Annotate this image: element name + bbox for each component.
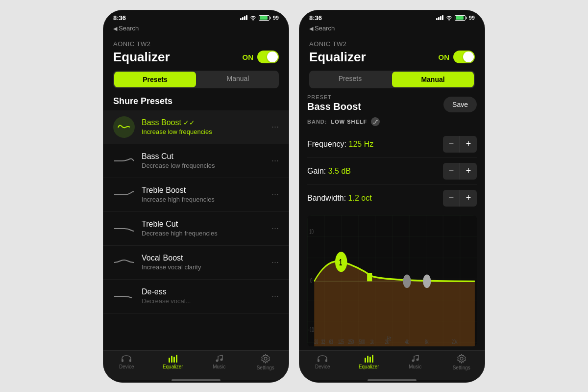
nav-music-left[interactable]: Music bbox=[196, 354, 243, 370]
svg-point-8 bbox=[220, 358, 223, 361]
manual-section: PRESET Bass Boost Save BAND: LOW SHELF F… bbox=[299, 94, 485, 350]
preset-text-vocal-boost: Vocal Boost Increase vocal clarity bbox=[142, 254, 265, 271]
frequency-increase-button[interactable]: + bbox=[460, 136, 477, 153]
music-icon-left bbox=[215, 354, 223, 363]
nav-equalizer-left[interactable]: Equalizer bbox=[150, 354, 196, 370]
svg-text:0: 0 bbox=[310, 277, 313, 284]
preset-text-treble-boost: Treble Boost Increase high frequencies bbox=[142, 186, 265, 203]
bottom-nav-left: Device Equalizer Music Settin bbox=[103, 350, 289, 380]
svg-point-9 bbox=[264, 357, 267, 360]
bandwidth-controls[interactable]: − + bbox=[443, 190, 477, 207]
home-indicator-left bbox=[103, 380, 289, 382]
right-phone: 8:36 99 Search AONIC TW2 Equalizer bbox=[299, 10, 485, 383]
band-info-row: BAND: LOW SHELF bbox=[307, 117, 477, 126]
back-label-right[interactable]: Search bbox=[309, 25, 335, 32]
nav-device-left[interactable]: Device bbox=[103, 354, 150, 370]
preset-item-de-ess[interactable]: De-ess Decrease vocal... ··· bbox=[103, 280, 289, 314]
frequency-decrease-button[interactable]: − bbox=[443, 136, 460, 153]
svg-text:125: 125 bbox=[338, 338, 344, 344]
nav-back-right[interactable]: Search bbox=[299, 24, 485, 36]
toggle-knob-left bbox=[267, 52, 278, 62]
device-name-right: AONIC TW2 bbox=[309, 40, 475, 48]
headphones-icon-right bbox=[317, 354, 328, 363]
preset-more-treble-boost[interactable]: ··· bbox=[271, 189, 279, 200]
bars-icon-left-active bbox=[168, 354, 178, 363]
svg-text:63: 63 bbox=[329, 338, 333, 344]
band3-handle[interactable] bbox=[423, 274, 431, 288]
nav-label-settings-left: Settings bbox=[257, 365, 274, 370]
nav-settings-left[interactable]: Settings bbox=[243, 354, 289, 370]
eq-toggle-right[interactable]: ON bbox=[439, 51, 475, 63]
preset-check-icon: ✓✓ bbox=[183, 119, 195, 127]
svg-text:10: 10 bbox=[309, 228, 314, 235]
eq-title-row-right: Equalizer ON bbox=[309, 50, 475, 65]
back-label-left[interactable]: Search bbox=[113, 25, 139, 32]
preset-more-vocal-boost[interactable]: ··· bbox=[271, 257, 279, 267]
band-type: LOW SHELF bbox=[331, 119, 367, 125]
preset-icon-treble-boost bbox=[113, 184, 135, 206]
presets-list: Bass Boost ✓✓ Increase low frequencies ·… bbox=[103, 110, 289, 350]
frequency-controls[interactable]: − + bbox=[443, 136, 477, 153]
eq-header-left: AONIC TW2 Equalizer ON bbox=[103, 36, 289, 71]
wifi-icon-right bbox=[445, 15, 453, 21]
preset-item-treble-boost[interactable]: Treble Boost Increase high frequencies ·… bbox=[103, 178, 289, 212]
svg-text:32: 32 bbox=[321, 338, 325, 344]
vocal-boost-wave-icon bbox=[113, 258, 135, 267]
nav-music-right[interactable]: Music bbox=[392, 354, 439, 370]
battery-pct-right: 99 bbox=[469, 15, 475, 21]
preset-icon-bass-cut bbox=[113, 150, 135, 172]
preset-more-de-ess[interactable]: ··· bbox=[271, 291, 279, 301]
eq-graph-svg: 10 0 -10 1 20 32 63 bbox=[307, 215, 477, 346]
band-type-icon bbox=[371, 117, 380, 126]
preset-item-vocal-boost[interactable]: Vocal Boost Increase vocal clarity ··· bbox=[103, 246, 289, 280]
preset-item-treble-cut[interactable]: Treble Cut Decrease high frequencies ··· bbox=[103, 212, 289, 246]
preset-more-bass-boost[interactable]: ··· bbox=[271, 122, 279, 132]
preset-text-de-ess: De-ess Decrease vocal... bbox=[142, 287, 265, 305]
svg-text:20k: 20k bbox=[452, 338, 458, 344]
svg-rect-32 bbox=[365, 358, 366, 363]
tab-manual-left[interactable]: Manual bbox=[197, 71, 279, 88]
presets-title: Shure Presets bbox=[103, 94, 289, 110]
svg-rect-35 bbox=[372, 355, 373, 363]
nav-equalizer-right[interactable]: Equalizer bbox=[346, 354, 392, 370]
band2-handle[interactable] bbox=[403, 274, 411, 288]
preset-item-bass-boost[interactable]: Bass Boost ✓✓ Increase low frequencies ·… bbox=[103, 110, 289, 144]
toggle-knob-right bbox=[463, 52, 474, 62]
preset-desc-vocal-boost: Increase vocal clarity bbox=[142, 263, 265, 271]
gain-increase-button[interactable]: + bbox=[460, 163, 477, 180]
bandwidth-decrease-button[interactable]: − bbox=[443, 190, 460, 207]
gain-value: 3.5 dB bbox=[328, 167, 351, 175]
de-ess-wave-icon bbox=[113, 292, 135, 301]
toggle-switch-right[interactable] bbox=[453, 51, 475, 63]
tab-manual-right[interactable]: Manual bbox=[392, 72, 474, 87]
nav-settings-right[interactable]: Settings bbox=[439, 354, 485, 370]
bandwidth-increase-button[interactable]: + bbox=[460, 190, 477, 207]
eq-toggle-left[interactable]: ON bbox=[243, 51, 279, 63]
svg-rect-4 bbox=[171, 356, 172, 363]
save-button[interactable]: Save bbox=[443, 97, 477, 112]
svg-point-37 bbox=[416, 358, 419, 361]
preset-item-bass-cut[interactable]: Bass Cut Decrease low frequencies ··· bbox=[103, 144, 289, 178]
band1-square-handle[interactable] bbox=[367, 273, 372, 281]
svg-text:250: 250 bbox=[348, 338, 354, 344]
preset-more-treble-cut[interactable]: ··· bbox=[271, 223, 279, 234]
svg-text:Hz: Hz bbox=[387, 335, 392, 341]
tab-presets-left[interactable]: Presets bbox=[114, 72, 196, 87]
preset-name-treble-boost: Treble Boost bbox=[142, 186, 265, 195]
svg-rect-34 bbox=[369, 357, 371, 363]
gain-decrease-button[interactable]: − bbox=[443, 163, 460, 180]
bars-icon-right-active bbox=[364, 354, 374, 363]
tab-presets-right[interactable]: Presets bbox=[309, 71, 391, 88]
gain-controls[interactable]: − + bbox=[443, 163, 477, 180]
preset-more-bass-cut[interactable]: ··· bbox=[271, 156, 279, 166]
eq-graph[interactable]: 10 0 -10 1 20 32 63 bbox=[307, 215, 477, 346]
preset-info-row: PRESET Bass Boost Save bbox=[307, 94, 477, 112]
frequency-value: 125 Hz bbox=[348, 140, 373, 148]
nav-device-right[interactable]: Device bbox=[299, 354, 346, 370]
nav-back-left[interactable]: Search bbox=[103, 24, 289, 36]
preset-desc-treble-cut: Decrease high frequencies bbox=[142, 230, 265, 237]
battery-icon bbox=[259, 15, 271, 21]
svg-text:4k: 4k bbox=[405, 338, 409, 344]
toggle-switch-left[interactable] bbox=[257, 51, 279, 63]
low-shelf-icon bbox=[372, 119, 378, 125]
